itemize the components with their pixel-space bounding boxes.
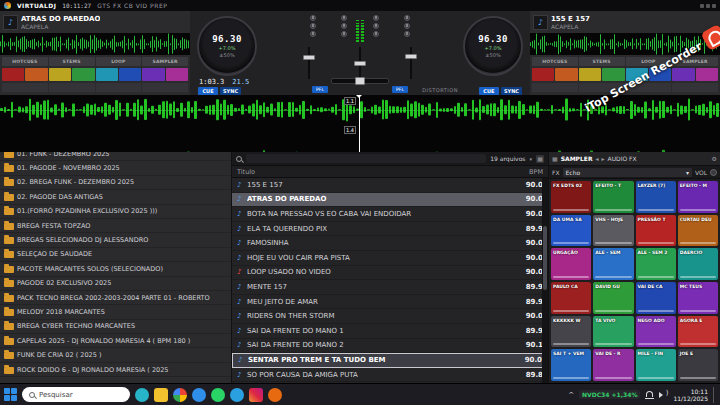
hotcue-pad[interactable] xyxy=(142,68,164,81)
sampler-pad[interactable]: EFEITO - M xyxy=(678,181,718,213)
deck-tab[interactable]: LOOP xyxy=(96,57,142,66)
hotcue-pad[interactable] xyxy=(166,68,188,81)
gear-icon[interactable]: ⚙ xyxy=(712,155,717,162)
eq-knob[interactable] xyxy=(404,31,410,37)
taskbar-app-icon[interactable] xyxy=(268,388,282,402)
hotcue-pad[interactable] xyxy=(532,68,554,81)
folder-item[interactable]: PACK TECNO BREGA 2002-2003-2004 PARTE 01… xyxy=(0,291,231,305)
eq-knob[interactable] xyxy=(310,15,316,21)
track-row[interactable]: ♪ RIDERS ON THER STORM 90.0 xyxy=(232,309,548,324)
sampler-pad[interactable]: LAYZER (7) xyxy=(636,181,676,213)
hotcue-pad[interactable] xyxy=(555,68,577,81)
sampler-pad[interactable]: CURTAU DEU xyxy=(678,215,718,247)
hotcue-pad[interactable] xyxy=(119,68,141,81)
window-controls[interactable] xyxy=(700,4,716,8)
eq-knob[interactable] xyxy=(373,31,379,37)
eq-knob[interactable] xyxy=(373,15,379,21)
fx-select[interactable]: Echo▾ xyxy=(563,168,692,177)
next-icon[interactable]: ▸ xyxy=(602,155,605,162)
track-row[interactable]: ♪ ATRAS DO PAREDAO 90.0 xyxy=(232,193,548,208)
folder-item[interactable]: BREGA CYBER TECHNO MARCANTES xyxy=(0,320,231,334)
deck-right-waveform[interactable] xyxy=(530,33,720,55)
grid-view-icon[interactable]: ▦ xyxy=(536,155,544,163)
sampler-pad[interactable]: VAI DE - R xyxy=(593,349,633,381)
fader-left[interactable] xyxy=(302,47,316,79)
crossfader[interactable] xyxy=(331,78,389,84)
eq-knob[interactable] xyxy=(341,31,347,37)
track-row[interactable]: ♪ SAI DA FRENTE DO MANO 2 90.1 xyxy=(232,339,548,354)
folder-item[interactable]: BREGAS SELECIONADO DJ ALESSANDRO xyxy=(0,233,231,247)
sampler-pad[interactable]: SAI T + VEM xyxy=(551,349,591,381)
cue-button-right[interactable]: CUE xyxy=(479,87,499,95)
taskbar-app-icon[interactable] xyxy=(192,388,206,402)
folder-item[interactable]: MELODY 2018 MARCANTES xyxy=(0,305,231,319)
track-row[interactable]: ♪ LOOP USADO NO VIDEO 90.0 xyxy=(232,266,548,281)
eq-knob[interactable] xyxy=(341,23,347,29)
sampler-pad[interactable]: URGAÇÃO xyxy=(551,248,591,280)
folder-item[interactable]: 01.(FORRÓ PIZADINHA EXCLUSIVO 2025 ))) xyxy=(0,205,231,219)
column-title[interactable]: Titulo xyxy=(237,168,513,176)
folder-item[interactable]: 02. BREGA FUNK - DEZEMBRO 2025 xyxy=(0,176,231,190)
taskbar-search[interactable]: Pesquisar xyxy=(22,387,130,402)
param-button[interactable] xyxy=(142,83,188,92)
search-input[interactable] xyxy=(246,154,486,163)
sampler-pad[interactable]: TA VIVO xyxy=(593,316,633,348)
param-button[interactable] xyxy=(672,83,718,92)
sampler-title[interactable]: SAMPLER xyxy=(561,155,593,162)
wifi-icon[interactable] xyxy=(645,390,654,399)
hotcue-pad[interactable] xyxy=(602,68,624,81)
track-row[interactable]: ♪ FAMOSINHA 90.0 xyxy=(232,236,548,251)
prev-icon[interactable]: ◂ xyxy=(596,155,599,162)
sampler-pad[interactable]: VAI DE CA xyxy=(636,282,676,314)
stock-ticker[interactable]: NVDC34 +1,34% xyxy=(579,390,640,399)
show-desktop-button[interactable] xyxy=(713,387,716,403)
folder-item[interactable]: CAPELAS 2025 - DJ RONALDO MARESIA 4 ( BP… xyxy=(0,334,231,348)
sampler-pad[interactable]: DA UMA SA xyxy=(551,215,591,247)
sampler-pad[interactable]: MILE - FIN xyxy=(636,349,676,381)
sampler-pad[interactable]: JOE E xyxy=(678,349,718,381)
folder-item[interactable]: SELEÇAO DE SAUDADE xyxy=(0,248,231,262)
track-row[interactable]: ♪ SO POR CAUSA DA AMIGA PUTA 89.8 xyxy=(232,368,548,383)
hotcue-pad[interactable] xyxy=(626,68,648,81)
folder-item[interactable]: PACOTE MARCANTES SOLOS (SELECIONADO) xyxy=(0,262,231,276)
track-row[interactable]: ♪ BOTA NA PRESSAO VS EO CABA VAI ENDOIDA… xyxy=(232,207,548,222)
deck-left-waveform[interactable] xyxy=(0,33,190,55)
deck-tab[interactable]: SAMPLER xyxy=(672,57,718,66)
taskbar-app-icon[interactable] xyxy=(211,388,225,402)
sync-button-right[interactable]: SYNC xyxy=(501,87,522,95)
hotcue-pad[interactable] xyxy=(649,68,671,81)
param-button[interactable] xyxy=(96,83,142,92)
hotcue-pad[interactable] xyxy=(72,68,94,81)
track-row[interactable]: ♪ MEU JEITO DE AMAR 89.9 xyxy=(232,295,548,310)
sampler-pad[interactable]: KKKKKK W xyxy=(551,316,591,348)
taskbar-clock[interactable]: 10:11 11/12/2025 xyxy=(673,388,708,402)
sampler-pad[interactable]: VHS - HOJE xyxy=(593,215,633,247)
hotcue-pad[interactable] xyxy=(672,68,694,81)
tray-overflow-icon[interactable]: ^ xyxy=(568,391,574,399)
pfl-button-left[interactable]: PFL xyxy=(312,86,328,93)
hotcue-pad[interactable] xyxy=(579,68,601,81)
track-row[interactable]: ♪ SAI DA FRENTE DO MANO 1 89.9 xyxy=(232,324,548,339)
fader-right[interactable] xyxy=(404,47,418,79)
deck-tab[interactable]: HOTCUES xyxy=(2,57,48,66)
sampler-pad[interactable]: DAERCIO xyxy=(678,248,718,280)
sampler-pad[interactable]: MC TEUS xyxy=(678,282,718,314)
folder-item[interactable]: PAGODE 02 EXCLUSIVO 2025 xyxy=(0,277,231,291)
param-button[interactable] xyxy=(2,83,48,92)
track-row[interactable]: ♪ 155 E 157 90.0 xyxy=(232,178,548,193)
param-button[interactable] xyxy=(626,83,672,92)
taskbar-app-icon[interactable] xyxy=(154,388,168,402)
track-list-scrollbar[interactable] xyxy=(542,178,548,383)
track-row[interactable]: ♪ HOJE EU VOU CAIR PRA PISTA 90.0 xyxy=(232,251,548,266)
hotcue-pad[interactable] xyxy=(2,68,24,81)
track-row[interactable]: ♪ ELA TA QUERENDO PIX 89.9 xyxy=(232,222,548,237)
cue-button-left[interactable]: CUE xyxy=(198,87,218,95)
deck-tab[interactable]: HOTCUES xyxy=(532,57,578,66)
hotcue-pad[interactable] xyxy=(96,68,118,81)
track-row[interactable]: ♪ MENTE 157 89.9 xyxy=(232,280,548,295)
param-button[interactable] xyxy=(49,83,95,92)
sync-button-left[interactable]: SYNC xyxy=(220,87,241,95)
sampler-pad[interactable]: DAVID GU xyxy=(593,282,633,314)
deck-tab[interactable]: LOOP xyxy=(626,57,672,66)
hotcue-pad[interactable] xyxy=(25,68,47,81)
